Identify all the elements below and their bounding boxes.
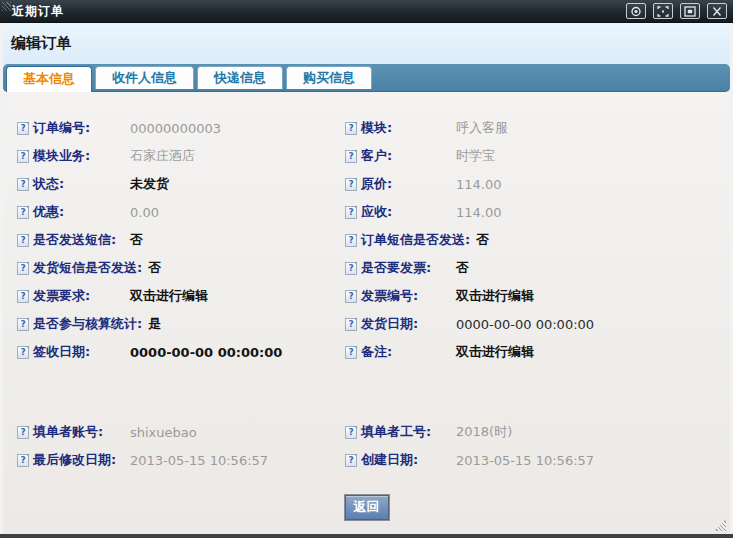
help-icon[interactable]: ? [345,290,357,303]
field-value[interactable]: 双击进行编辑 [456,287,534,305]
circle-button[interactable] [626,3,646,19]
help-icon[interactable]: ? [17,178,29,191]
window-resize-grip[interactable] [714,519,726,531]
field-label: 填单者账号: [33,423,130,441]
form-field: ? 订单短信是否发送: 否 [345,231,730,249]
tab-panel-basic-info: ? 订单编号: 00000000003 ? 模块: 呼入客服 ? 模块业务: 石… [3,92,730,534]
fullscreen-button[interactable] [653,3,673,19]
form-field: ? 发货日期: 0000-00-00 00:00:00 [345,315,730,333]
form-field: ? 是否发送短信: 否 [17,231,345,249]
field-value: 石家庄酒店 [130,147,195,165]
field-label: 订单短信是否发送: [361,231,476,249]
form-section-main: ? 订单编号: 00000000003 ? 模块: 呼入客服 ? 模块业务: 石… [17,114,730,366]
field-value[interactable]: 双击进行编辑 [456,343,534,361]
window-body: 编辑订单 基本信息 收件人信息 快递信息 购买信息 ? 订单编号: 000000… [3,23,730,534]
field-value: shixuebao [130,425,197,440]
help-icon[interactable]: ? [17,426,29,439]
help-icon[interactable]: ? [345,262,357,275]
help-icon[interactable]: ? [345,150,357,163]
form-field: ? 发货短信是否发送: 否 [17,259,345,277]
field-label: 模块: [361,119,456,137]
field-value[interactable]: 双击进行编辑 [130,287,208,305]
form-row: ? 是否参与核算统计: 是 ? 发货日期: 0000-00-00 00:00:0… [17,310,730,338]
field-label: 优惠: [33,203,130,221]
help-icon[interactable]: ? [345,454,357,467]
field-value[interactable]: 是 [148,315,161,333]
form-row: ? 发货短信是否发送: 否 ? 是否要发票: 否 [17,254,730,282]
tab-express-info[interactable]: 快递信息 [197,66,283,89]
field-label: 发货短信是否发送: [33,259,148,277]
field-label: 状态: [33,175,130,193]
tab-strip: 基本信息 收件人信息 快递信息 购买信息 [3,64,730,92]
field-label: 发票编号: [361,287,456,305]
field-value: 114.00 [456,205,502,220]
form-row: ? 最后修改日期: 2013-05-15 10:56:57 ? 创建日期: 20… [17,446,730,474]
field-value[interactable]: 否 [130,231,143,249]
form-field: ? 订单编号: 00000000003 [17,119,345,137]
back-button[interactable]: 返回 [345,495,389,520]
window-bottom-border [0,534,733,538]
help-icon[interactable]: ? [345,426,357,439]
help-icon[interactable]: ? [17,262,29,275]
help-icon[interactable]: ? [17,122,29,135]
field-value: 呼入客服 [456,119,508,137]
help-icon[interactable]: ? [17,234,29,247]
fullscreen-icon [657,6,669,17]
form-field: ? 模块: 呼入客服 [345,119,730,137]
form-section-meta: ? 填单者账号: shixuebao ? 填单者工号: 2018(时) ? 最后… [17,418,730,474]
form-field: ? 是否参与核算统计: 是 [17,315,345,333]
order-edit-window: 近期订单 [0,0,733,538]
form-field: ? 优惠: 0.00 [17,203,345,221]
field-value[interactable]: 0000-00-00 00:00:00 [130,345,282,360]
help-icon[interactable]: ? [345,318,357,331]
field-label: 原价: [361,175,456,193]
field-label: 创建日期: [361,451,456,469]
form-row: ? 发票要求: 双击进行编辑 ? 发票编号: 双击进行编辑 [17,282,730,310]
window-controls [626,3,733,19]
field-label: 客户: [361,147,456,165]
titlebar: 近期订单 [0,0,733,23]
close-icon [711,6,723,17]
form-field: ? 填单者工号: 2018(时) [345,423,730,441]
help-icon[interactable]: ? [345,206,357,219]
tab-recipient-info[interactable]: 收件人信息 [95,66,194,89]
help-icon[interactable]: ? [17,290,29,303]
help-icon[interactable]: ? [17,150,29,163]
help-icon[interactable]: ? [345,178,357,191]
close-button[interactable] [707,3,727,19]
field-label: 签收日期: [33,343,130,361]
form-row: ? 签收日期: 0000-00-00 00:00:00 ? 备注: 双击进行编辑 [17,338,730,366]
field-value[interactable]: 否 [456,259,469,277]
restore-button[interactable] [680,3,700,19]
form-row: ? 模块业务: 石家庄酒店 ? 客户: 时学宝 [17,142,730,170]
form-field: ? 状态: 未发货 [17,175,345,193]
titlebar-resize-grip[interactable] [2,2,11,11]
help-icon[interactable]: ? [345,122,357,135]
form-field: ? 原价: 114.00 [345,175,730,193]
form-field: ? 发票编号: 双击进行编辑 [345,287,730,305]
field-value[interactable]: 否 [476,231,489,249]
help-icon[interactable]: ? [17,346,29,359]
field-value[interactable]: 否 [148,259,161,277]
field-value: 时学宝 [456,147,495,165]
field-label: 订单编号: [33,119,130,137]
form-row: ? 是否发送短信: 否 ? 订单短信是否发送: 否 [17,226,730,254]
field-label: 是否发送短信: [33,231,130,249]
field-label: 发票要求: [33,287,130,305]
field-value[interactable]: 0000-00-00 00:00:00 [456,317,594,332]
form-field: ? 应收: 114.00 [345,203,730,221]
field-value[interactable]: 未发货 [130,175,169,193]
help-icon[interactable]: ? [17,206,29,219]
form-field: ? 发票要求: 双击进行编辑 [17,287,345,305]
help-icon[interactable]: ? [17,454,29,467]
form-row: ? 订单编号: 00000000003 ? 模块: 呼入客服 [17,114,730,142]
restore-window-icon [684,6,696,17]
field-value: 2013-05-15 10:56:57 [456,453,594,468]
tab-purchase-info[interactable]: 购买信息 [286,66,372,89]
form-field: ? 模块业务: 石家庄酒店 [17,147,345,165]
tab-basic-info[interactable]: 基本信息 [6,66,92,92]
field-label: 填单者工号: [361,423,456,441]
help-icon[interactable]: ? [345,346,357,359]
help-icon[interactable]: ? [345,234,357,247]
help-icon[interactable]: ? [17,318,29,331]
